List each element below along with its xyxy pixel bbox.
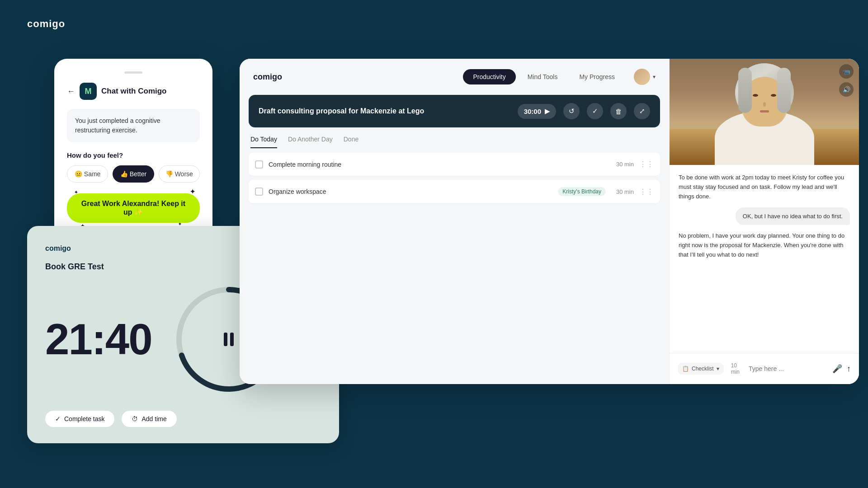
task-duration-1: 30 min: [611, 161, 634, 168]
play-icon: ▶: [545, 108, 550, 115]
clock-icon: ⏱: [132, 415, 138, 422]
advisor-photo: 📹 🔊: [670, 59, 859, 165]
right-panel: 📹 🔊 To be done with work at 2pm today to…: [669, 59, 859, 384]
chat-input-field[interactable]: [749, 365, 828, 372]
advisor-message-1: To be done with work at 2pm today to mee…: [679, 173, 850, 201]
card-handle: [124, 71, 142, 74]
task-header-bar: Draft consulting proposal for Mackenzie …: [249, 95, 660, 127]
mobile-chat-card: ← M Chat with Comigo You just completed …: [54, 59, 212, 239]
chat-messages: To be done with work at 2pm today to mee…: [670, 165, 859, 353]
tab-productivity[interactable]: Productivity: [463, 69, 515, 84]
tab-done[interactable]: Done: [344, 136, 359, 148]
complete-task-button[interactable]: ✓ Complete task: [45, 411, 114, 427]
tab-my-progress[interactable]: My Progress: [569, 69, 625, 84]
task-tabs: Do Today Do Another Day Done: [240, 127, 669, 148]
user-message-1: OK, but I have no idea what to do first.: [736, 207, 850, 225]
stars-left: ✦: [74, 190, 78, 195]
chat-title: Chat with Comigo: [101, 87, 166, 96]
user-avatar: [634, 69, 650, 85]
task-header-title: Draft consulting proposal for Mackenzie …: [259, 106, 510, 116]
audio-icon[interactable]: 🔊: [839, 82, 854, 97]
great-work-banner: Great Work Alexandra! Keep it up ✨ ✦ ✦ ✦…: [67, 193, 200, 223]
stars-top: ✦: [190, 188, 195, 195]
worse-button[interactable]: 👎 Worse: [159, 165, 200, 183]
history-icon[interactable]: ↺: [563, 103, 580, 119]
table-row: Complete morning routine 30 min ⋮⋮: [249, 153, 660, 176]
timer-display: 21:40: [45, 318, 152, 361]
comigo-avatar: M: [80, 83, 97, 100]
top-logo: comigo: [27, 18, 65, 30]
advisor-photo-overlay: 📹 🔊: [839, 64, 854, 97]
expand-icon[interactable]: ⤢: [634, 103, 650, 119]
better-button[interactable]: 👍 Better: [113, 165, 154, 183]
task-timer: 30:00 ▶: [518, 104, 556, 119]
microphone-icon[interactable]: 🎤: [832, 364, 842, 374]
send-icon[interactable]: ↑: [847, 364, 851, 374]
table-row: Organize workspace Kristy's Birthday 30 …: [249, 180, 660, 204]
task-checkbox-2[interactable]: [255, 188, 263, 196]
duration-badge: 10 min: [728, 360, 744, 378]
timer-footer: ✓ Complete task ⏱ Add time: [45, 411, 321, 427]
add-time-button[interactable]: ⏱ Add time: [122, 411, 176, 427]
check-icon[interactable]: ✓: [587, 103, 603, 119]
feel-question: How do you feel?: [67, 151, 200, 159]
chevron-down-icon: ▾: [717, 366, 719, 372]
back-arrow-icon[interactable]: ←: [67, 87, 75, 96]
app-header: comigo Productivity Mind Tools My Progre…: [240, 59, 669, 95]
feel-buttons: 😐 Same 👍 Better 👎 Worse: [67, 165, 200, 183]
task-tag-2: Kristy's Birthday: [558, 187, 606, 196]
task-checkbox-1[interactable]: [255, 160, 263, 169]
tab-do-another-day[interactable]: Do Another Day: [288, 136, 333, 148]
pause-button[interactable]: [224, 333, 234, 346]
advisor-message-2: No problem, I have your work day planned…: [679, 231, 850, 259]
task-name-2: Organize workspace: [269, 188, 552, 195]
nav-tabs: Productivity Mind Tools My Progress: [463, 69, 625, 84]
task-name-1: Complete morning routine: [269, 161, 606, 168]
drag-handle-2[interactable]: ⋮⋮: [639, 188, 654, 196]
chat-header: ← M Chat with Comigo: [67, 83, 200, 100]
chevron-down-icon: ▾: [653, 74, 656, 80]
tab-mind-tools[interactable]: Mind Tools: [518, 69, 568, 84]
left-panel: comigo Productivity Mind Tools My Progre…: [240, 59, 669, 384]
checklist-button[interactable]: 📋 Checklist ▾: [678, 363, 724, 375]
tab-do-today[interactable]: Do Today: [250, 136, 277, 148]
same-button[interactable]: 😐 Same: [67, 165, 108, 183]
task-list: Complete morning routine 30 min ⋮⋮ Organ…: [240, 148, 669, 384]
user-avatar-wrap[interactable]: ▾: [634, 69, 656, 85]
chat-input-bar: 📋 Checklist ▾ 10 min 🎤 ↑: [670, 353, 859, 384]
chat-message: You just completed a cognitive restructu…: [67, 109, 200, 142]
video-icon[interactable]: 📹: [839, 64, 854, 79]
trash-icon[interactable]: 🗑: [610, 103, 627, 119]
checklist-icon: 📋: [682, 366, 689, 372]
app-logo: comigo: [253, 72, 282, 82]
timer-logo: comigo: [45, 244, 71, 253]
check-icon: ✓: [55, 415, 61, 422]
task-duration-2: 30 min: [611, 188, 634, 195]
main-app-card: comigo Productivity Mind Tools My Progre…: [240, 59, 859, 384]
drag-handle-1[interactable]: ⋮⋮: [639, 160, 654, 169]
